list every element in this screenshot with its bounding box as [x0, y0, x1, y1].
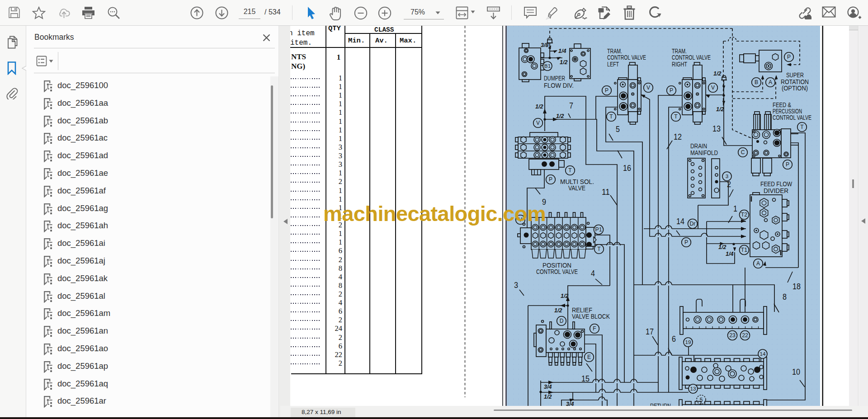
- svg-text:1/2: 1/2: [554, 307, 562, 314]
- svg-text:T2: T2: [741, 212, 747, 218]
- svg-text:MANIFOLD: MANIFOLD: [690, 149, 718, 156]
- svg-text:12: 12: [674, 132, 682, 141]
- svg-text:1/2: 1/2: [535, 104, 543, 110]
- svg-text:3/8: 3/8: [541, 42, 548, 48]
- svg-text:3: 3: [726, 173, 729, 179]
- svg-text:15: 15: [581, 374, 590, 383]
- svg-text:VALVE BLOCK: VALVE BLOCK: [572, 312, 610, 320]
- svg-text:1/2: 1/2: [560, 59, 567, 66]
- svg-text:1/4: 1/4: [726, 251, 733, 257]
- svg-text:P: P: [786, 161, 789, 168]
- svg-text:F: F: [593, 325, 596, 332]
- svg-text:18: 18: [793, 282, 801, 291]
- svg-text:3/4: 3/4: [544, 384, 552, 390]
- svg-text:23: 23: [729, 332, 736, 339]
- svg-text:B1: B1: [544, 63, 551, 69]
- svg-text:1/2: 1/2: [556, 113, 564, 119]
- svg-text:DUMPER: DUMPER: [544, 74, 565, 82]
- svg-text:B: B: [755, 79, 758, 85]
- svg-text:V: V: [646, 85, 650, 91]
- svg-text:4: 4: [591, 269, 595, 278]
- svg-text:C: C: [741, 149, 745, 155]
- svg-text:5: 5: [616, 125, 620, 134]
- svg-text:P: P: [684, 239, 688, 245]
- svg-text:10: 10: [792, 367, 800, 377]
- svg-text:A: A: [769, 79, 773, 85]
- svg-text:D: D: [560, 318, 564, 324]
- svg-text:LEFT: LEFT: [607, 60, 619, 68]
- svg-text:1/2: 1/2: [716, 106, 724, 113]
- svg-text:P1: P1: [595, 226, 602, 233]
- svg-text:DIVIDER: DIVIDER: [764, 187, 788, 194]
- svg-text:6: 6: [672, 334, 676, 344]
- svg-text:14: 14: [676, 217, 684, 226]
- svg-text:V: V: [711, 85, 715, 91]
- svg-text:P: P: [549, 176, 552, 183]
- svg-text:16: 16: [623, 164, 631, 173]
- svg-text:FLOW DIV.: FLOW DIV.: [544, 81, 574, 89]
- svg-text:RIGHT: RIGHT: [672, 60, 687, 68]
- svg-text:3: 3: [514, 281, 518, 290]
- svg-text:8: 8: [783, 292, 787, 301]
- svg-text:P: P: [787, 54, 791, 60]
- svg-text:11: 11: [602, 188, 610, 197]
- svg-text:1/2: 1/2: [561, 293, 568, 299]
- svg-text:17: 17: [646, 327, 654, 336]
- svg-text:(OPTION): (OPTION): [782, 84, 808, 92]
- svg-text:T: T: [674, 113, 678, 120]
- svg-text:1/2: 1/2: [544, 394, 552, 400]
- svg-text:13: 13: [690, 386, 696, 391]
- svg-text:1/4: 1/4: [558, 48, 566, 54]
- svg-text:1: 1: [733, 204, 737, 213]
- svg-text:CONTROL VALVE: CONTROL VALVE: [773, 113, 811, 121]
- svg-text:T: T: [609, 113, 613, 120]
- svg-text:T: T: [800, 124, 804, 130]
- svg-text:P: P: [605, 87, 609, 94]
- svg-text:7: 7: [569, 101, 573, 110]
- svg-text:V: V: [536, 120, 540, 126]
- svg-text:22: 22: [742, 332, 748, 339]
- svg-text:T1: T1: [741, 247, 747, 253]
- svg-text:2: 2: [727, 180, 731, 189]
- svg-text:T: T: [597, 246, 601, 252]
- svg-text:E: E: [587, 354, 591, 360]
- svg-text:P: P: [670, 87, 673, 94]
- svg-text:1/2: 1/2: [713, 71, 721, 77]
- svg-text:VALVE: VALVE: [568, 184, 585, 192]
- svg-text:5: 5: [700, 397, 703, 403]
- svg-text:13: 13: [712, 124, 721, 133]
- svg-text:T: T: [568, 167, 572, 174]
- svg-text:14: 14: [760, 351, 766, 357]
- svg-text:Dr: Dr: [690, 221, 696, 227]
- svg-text:CONTROL VALVE: CONTROL VALVE: [536, 268, 578, 275]
- svg-text:A: A: [756, 260, 760, 267]
- svg-text:1/2: 1/2: [718, 244, 726, 250]
- svg-text:19: 19: [685, 339, 691, 345]
